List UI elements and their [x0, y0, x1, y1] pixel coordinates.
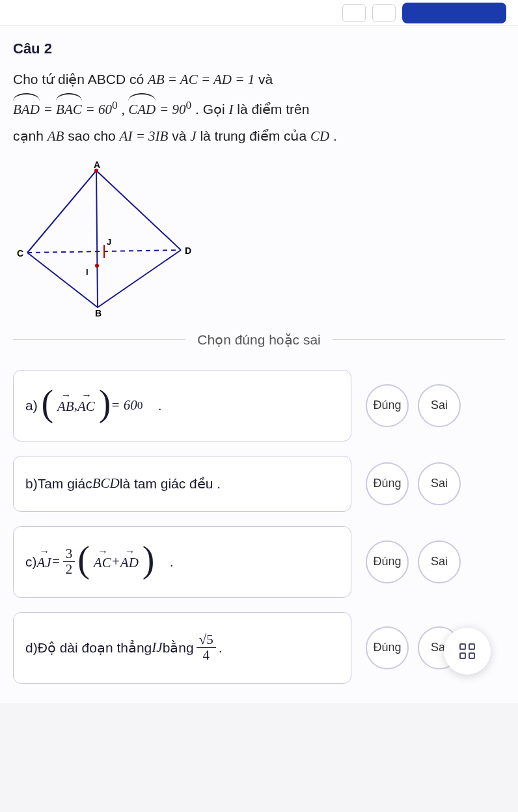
grid-fab-button[interactable] — [444, 628, 491, 675]
svg-point-3 — [95, 264, 99, 268]
ij: IJ — [152, 639, 162, 656]
answer-row-b: b) Tam giác BCD là tam giác đều . Đúng S… — [13, 456, 505, 512]
answer-d-true-button[interactable]: Đúng — [366, 626, 409, 669]
eq: = 60 — [111, 397, 137, 413]
prompt-text: là điểm trên — [237, 102, 309, 117]
question-label: Câu 2 — [13, 40, 505, 57]
frac-sqrt5-4: √5 4 — [197, 632, 216, 663]
angle-cad: CAD — [128, 93, 156, 123]
text: là tam giác đều . — [120, 476, 221, 492]
bcd: BCD — [92, 475, 120, 492]
divider-right — [333, 339, 505, 340]
prefix: b) — [25, 476, 38, 492]
prompt-text: . — [333, 128, 337, 143]
angle-val-90: 90 — [172, 102, 185, 117]
sep: , — [122, 102, 129, 117]
vec-AC: AC — [77, 396, 95, 415]
prefix: d) — [25, 640, 38, 656]
dot: . — [219, 640, 223, 656]
top-toolbar — [0, 0, 518, 26]
question-page: Câu 2 Cho tứ diện ABCD có AB = AC = AD =… — [0, 26, 518, 703]
vec-AB: AB — [57, 396, 74, 415]
answer-b-false-button[interactable]: Sai — [418, 462, 461, 505]
prompt-text: và — [172, 128, 190, 143]
prompt-text: cạnh — [13, 128, 48, 143]
eq: = — [51, 553, 61, 570]
answer-row-c: c) AJ = 3 2 ( AC + AD ) . Đúng Sai — [13, 526, 505, 598]
label-D: D — [185, 245, 191, 256]
divider-left — [13, 339, 185, 340]
prompt-equation-2: AI = 3IB — [120, 128, 169, 144]
instruction-text: Chọn đúng hoặc sai — [185, 332, 332, 348]
var-AB: AB — [48, 128, 64, 144]
answer-a-true-button[interactable]: Đúng — [366, 384, 409, 427]
prompt-equation-1: AB = AC = AD = 1 — [148, 72, 254, 87]
eq-sign: = — [44, 102, 56, 117]
degree-sup: 0 — [112, 98, 118, 111]
prefix: a) — [25, 398, 38, 413]
prefix: c) — [25, 554, 37, 570]
toolbar-primary-button[interactable] — [402, 3, 506, 23]
answer-row-a: a) ( AB , AC ) = 600 . Đúng Sai — [13, 370, 505, 441]
dot: . — [158, 398, 162, 413]
angle-bad: BAD — [13, 93, 40, 123]
answer-c-true-button[interactable]: Đúng — [366, 540, 409, 583]
label-B: B — [95, 308, 102, 318]
dot: . — [170, 554, 174, 570]
toolbar-button-2[interactable] — [372, 4, 396, 22]
degree-sup: 0 — [185, 98, 191, 111]
label-A: A — [94, 161, 100, 170]
text: Tam giác — [38, 476, 92, 492]
angle-val-60: 60 — [98, 102, 112, 117]
question-prompt: Cho tứ diện ABCD có AB = AC = AD = 1 và … — [13, 66, 505, 150]
frac-num: 3 — [63, 546, 75, 562]
vec-AJ: AJ — [37, 552, 51, 571]
tetrahedron-figure: A B C D I J — [13, 161, 505, 320]
answer-b-true-button[interactable]: Đúng — [366, 462, 409, 505]
prompt-text: là trung điểm của — [200, 128, 310, 143]
label-J: J — [107, 237, 111, 247]
answer-row-d: d) Độ dài đoạn thẳng IJ bằng √5 4 . Đúng… — [13, 612, 505, 684]
answer-a-false-button[interactable]: Sai — [418, 384, 461, 427]
plus: + — [111, 553, 120, 570]
grid-icon — [459, 643, 475, 659]
statement-c: c) AJ = 3 2 ( AC + AD ) . — [13, 526, 351, 598]
eq-sign: = — [86, 102, 98, 117]
instruction-row: Chọn đúng hoặc sai — [13, 332, 505, 348]
frac-num: √5 — [197, 632, 216, 648]
answer-c-false-button[interactable]: Sai — [418, 540, 461, 583]
var-I: I — [229, 102, 234, 117]
var-J: J — [190, 128, 196, 144]
answers-list: a) ( AB , AC ) = 600 . Đúng Sai b) Tam g… — [13, 370, 505, 684]
label-I: I — [86, 267, 89, 277]
label-C: C — [17, 248, 23, 259]
statement-d: d) Độ dài đoạn thẳng IJ bằng √5 4 . — [13, 612, 351, 684]
frac-den: 4 — [200, 648, 212, 663]
vec-AD: AD — [120, 552, 139, 571]
prompt-text: và — [258, 72, 273, 87]
text: bằng — [163, 640, 194, 656]
prompt-text: sao cho — [68, 128, 119, 143]
deg: 0 — [137, 399, 143, 412]
toolbar-button-1[interactable] — [342, 4, 366, 22]
frac-den: 2 — [63, 562, 75, 577]
svg-line-1 — [96, 171, 98, 307]
frac-3-2: 3 2 — [63, 546, 75, 577]
eq-sign: = — [159, 102, 172, 117]
var-CD: CD — [310, 128, 329, 144]
statement-b: b) Tam giác BCD là tam giác đều . — [13, 456, 351, 512]
prompt-text: . Gọi — [195, 102, 229, 117]
vec-AC: AC — [94, 552, 111, 571]
angle-bac: BAC — [56, 93, 82, 123]
text: Độ dài đoạn thẳng — [38, 640, 152, 656]
prompt-text: Cho tứ diện ABCD có — [13, 72, 148, 87]
statement-a: a) ( AB , AC ) = 600 . — [13, 370, 351, 441]
